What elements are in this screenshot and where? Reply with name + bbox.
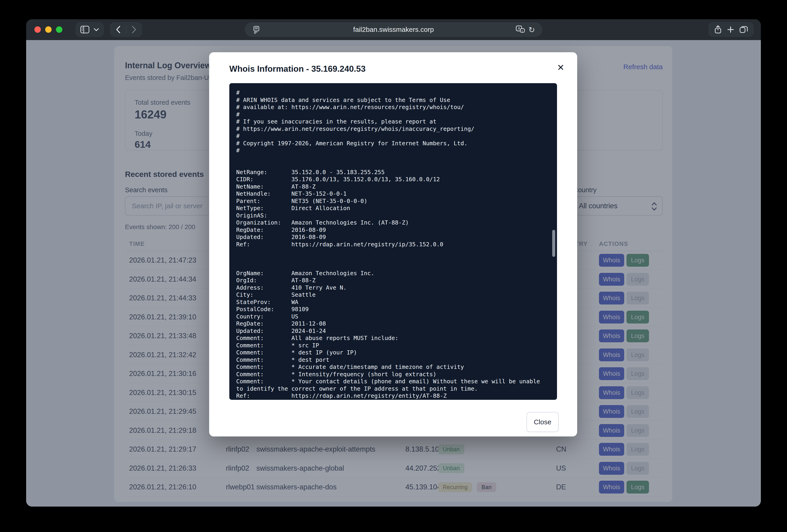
whois-output-panel: # # ARIN WHOIS data and services are sub… (229, 83, 557, 400)
share-icon[interactable] (714, 25, 722, 34)
back-icon[interactable] (115, 26, 121, 34)
browser-titlebar: fail2ban.swissmakers.corp Ax ↻ (26, 19, 761, 40)
url-text[interactable]: fail2ban.swissmakers.corp (245, 26, 542, 34)
svg-text:A: A (518, 27, 520, 30)
chevron-down-icon[interactable] (93, 28, 99, 31)
sidebar-icon[interactable] (80, 26, 89, 34)
close-icon[interactable]: ✕ (557, 63, 564, 72)
scrollbar-thumb[interactable] (552, 230, 555, 257)
translate-icon[interactable]: Ax (516, 25, 525, 34)
forward-icon[interactable] (132, 26, 137, 34)
browser-window: fail2ban.swissmakers.corp Ax ↻ Internal … (26, 19, 761, 507)
close-button[interactable]: Close (527, 412, 559, 432)
whois-modal: Whois Information - 35.169.240.53 ✕ # # … (209, 52, 577, 437)
new-tab-icon[interactable] (727, 26, 734, 33)
whois-modal-title: Whois Information - 35.169.240.53 (229, 64, 365, 74)
toolbar-right-group (708, 22, 753, 37)
sidebar-toggle-group (76, 22, 104, 37)
reload-icon[interactable]: ↻ (529, 26, 535, 34)
tab-overview-icon[interactable] (740, 26, 748, 34)
window-minimize-button[interactable] (45, 26, 51, 33)
window-zoom-button[interactable] (56, 26, 62, 33)
nav-button-group (110, 22, 142, 37)
web-page: Internal Log Overview Events stored by F… (26, 40, 761, 507)
svg-text:x: x (522, 29, 523, 32)
reader-view-icon[interactable] (253, 26, 260, 34)
nav-divider (126, 26, 126, 34)
window-close-button[interactable] (35, 26, 41, 33)
address-bar[interactable]: fail2ban.swissmakers.corp Ax ↻ (245, 22, 542, 37)
whois-output-text: # # ARIN WHOIS data and services are sub… (229, 83, 557, 400)
